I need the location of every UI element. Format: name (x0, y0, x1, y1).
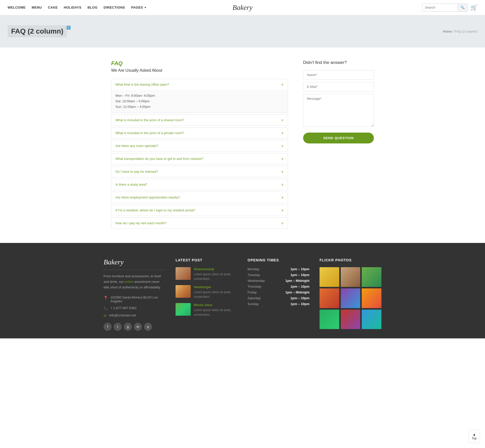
nav-pages-dropdown[interactable]: PAGES▼ (131, 6, 147, 9)
chevron-icon: ∨ (281, 170, 284, 173)
post-info: ShawarmanjiLorem ipsum dolor sit amet, c… (194, 267, 237, 281)
faq-column: FAQ We Are Usually Asked About What time… (111, 60, 288, 230)
flickr-thumbnail[interactable] (362, 267, 381, 287)
faq-answer: Mon – Fri: 9:00am -6:00pmSat: 10:00am – … (111, 90, 288, 113)
phone-icon: 📞 (104, 306, 108, 310)
faq-item: Is there a study area?∨ (111, 179, 288, 190)
nav-item-pages[interactable]: PAGES (131, 6, 143, 9)
faq-item: What is included in the price of a priva… (111, 127, 288, 139)
nav-item-welcome[interactable]: WELCOME (8, 6, 26, 9)
opening-time-row: Saturday1pm – 10pm (248, 296, 309, 300)
faq-section-title: FAQ (111, 60, 288, 67)
post-title[interactable]: Shawarmanji (194, 267, 237, 271)
opening-time-row: Tuesday1pm – 10pm (248, 273, 309, 277)
flickr-thumbnail[interactable] (320, 288, 339, 308)
nav-item-menu[interactable]: MENU (32, 6, 42, 9)
google-plus-icon[interactable]: g (124, 323, 132, 331)
faq-question-text: Is there a study area? (115, 183, 147, 186)
flickr-thumbnail[interactable] (341, 310, 360, 329)
flickr-thumbnail[interactable] (341, 288, 360, 308)
search-button[interactable]: 🔍 (458, 4, 467, 11)
opening-time: 1pm – 10pm (290, 302, 309, 306)
email-icon: ✉ (104, 314, 107, 318)
faq-question[interactable]: How do I pay my rent each month?∨ (111, 218, 288, 229)
footer-latest-post-col: LATEST POST ShawarmanjiLorem ipsum dolor… (176, 258, 237, 331)
contact-column: Didn't find the answer? SEND QUESTION (303, 60, 374, 230)
faq-subtitle: We Are Usually Asked About (111, 68, 288, 73)
nav-item-cake[interactable]: CAKE (48, 6, 58, 9)
faq-question-text: What is included in the price of a priva… (115, 131, 184, 135)
faq-item: What time is the leasing office open?∧Mo… (111, 79, 288, 113)
footer-address: 📍 102580 Santa Monica BLVD Los Angeles (104, 295, 165, 303)
nav-item-directions[interactable]: DIRECTIONS (104, 6, 125, 9)
edit-icon: D (67, 26, 70, 30)
faq-item: If I'm a resident, where do I login to m… (111, 205, 288, 216)
search-box: 🔍 (422, 4, 468, 12)
faq-question-text: Do I have to pay for Internet? (115, 170, 158, 173)
post-info: Mixed JuiceLorem ipsum dolor sit amet, c… (194, 303, 237, 317)
faq-question-text: How do I pay my rent each month? (115, 221, 166, 225)
breadcrumb-current: FAQ (2 column) (454, 30, 477, 33)
flickr-thumbnail[interactable] (362, 288, 381, 308)
footer-link[interactable]: online (125, 280, 133, 284)
opening-time: 1pm – Midnight (285, 290, 309, 294)
site-footer: Bakery From furniture and accessories, t… (0, 243, 485, 338)
latest-post-title: LATEST POST (176, 258, 237, 262)
flickr-thumbnail[interactable] (341, 267, 360, 287)
page-title: FAQ (2 column) D (8, 25, 67, 37)
faq-question[interactable]: What transportation do you have to get t… (111, 153, 288, 164)
post-title[interactable]: Mixed Juice (194, 303, 237, 307)
faq-question[interactable]: What is included in the price of a share… (111, 115, 288, 126)
chevron-icon: ∨ (281, 118, 284, 122)
faq-question[interactable]: Are there any room specials?∨ (111, 140, 288, 151)
faq-question[interactable]: What is included in the price of a priva… (111, 128, 288, 138)
send-button[interactable]: SEND QUESTION (303, 133, 374, 143)
post-thumbnail (176, 285, 191, 298)
facebook-icon[interactable]: f (104, 323, 112, 331)
footer-grid: Bakery From furniture and accessories, t… (104, 258, 381, 331)
flickr-thumbnail[interactable] (320, 310, 339, 329)
chevron-icon: ∨ (281, 208, 284, 212)
chevron-icon: ∨ (281, 157, 284, 161)
post-description: Lorem ipsum dolor sit amet, consectetur.… (194, 308, 237, 317)
email-field[interactable] (303, 82, 374, 91)
pinterest-icon[interactable]: p (144, 323, 152, 331)
faq-item: What is included in the price of a share… (111, 114, 288, 126)
cart-icon[interactable]: 🛒 (471, 4, 477, 11)
breadcrumb-home[interactable]: Home (443, 30, 452, 33)
faq-question-text: Are there any room specials? (115, 144, 158, 148)
faq-item: What transportation do you have to get t… (111, 153, 288, 164)
faq-question[interactable]: What time is the leasing office open?∧ (111, 79, 288, 90)
location-icon: 📍 (104, 296, 108, 300)
nav-item-holidays[interactable]: HOLIDAYS (64, 6, 82, 9)
opening-time-row: Monday1pm – 10pm (248, 267, 309, 271)
footer-logo: Bakery (104, 258, 165, 266)
flickr-thumbnail[interactable] (320, 267, 339, 287)
twitter-icon[interactable]: t (114, 323, 122, 331)
message-field[interactable] (303, 94, 374, 127)
faq-question[interactable]: Do I have to pay for Internet?∨ (111, 166, 288, 177)
contact-form: SEND QUESTION (303, 70, 374, 143)
opening-time: 1pm – 10pm (290, 267, 309, 271)
opening-time-row: Sunday1pm – 10pm (248, 302, 309, 306)
breadcrumb-separator: / (453, 30, 454, 33)
faq-question[interactable]: Are there employment opportunities nearb… (111, 192, 288, 203)
faq-question[interactable]: Is there a study area?∨ (111, 179, 288, 190)
opening-day: Tuesday (248, 273, 260, 277)
post-title[interactable]: Hamburger (194, 285, 237, 289)
nav-item-blog[interactable]: BLOG (88, 6, 98, 9)
search-input[interactable] (422, 4, 458, 11)
footer-posts-list: ShawarmanjiLorem ipsum dolor sit amet, c… (176, 267, 237, 317)
linkedin-icon[interactable]: in (134, 323, 142, 331)
faq-question-text: Are there employment opportunities nearb… (115, 195, 180, 199)
post-description: Lorem ipsum dolor sit amet, consectetur.… (194, 272, 237, 281)
footer-about-col: Bakery From furniture and accessories, t… (104, 258, 165, 331)
faq-question[interactable]: If I'm a resident, where do I login to m… (111, 205, 288, 216)
flickr-thumbnail[interactable] (362, 310, 381, 329)
name-field[interactable] (303, 70, 374, 80)
opening-time: 1pm – Midnight (285, 279, 309, 283)
opening-time: 1pm – 10pm (290, 285, 309, 288)
opening-day: Monday (248, 267, 259, 271)
post-thumbnail (176, 267, 191, 280)
footer-flickr-col: FLICKR PHOTOS (320, 258, 381, 331)
